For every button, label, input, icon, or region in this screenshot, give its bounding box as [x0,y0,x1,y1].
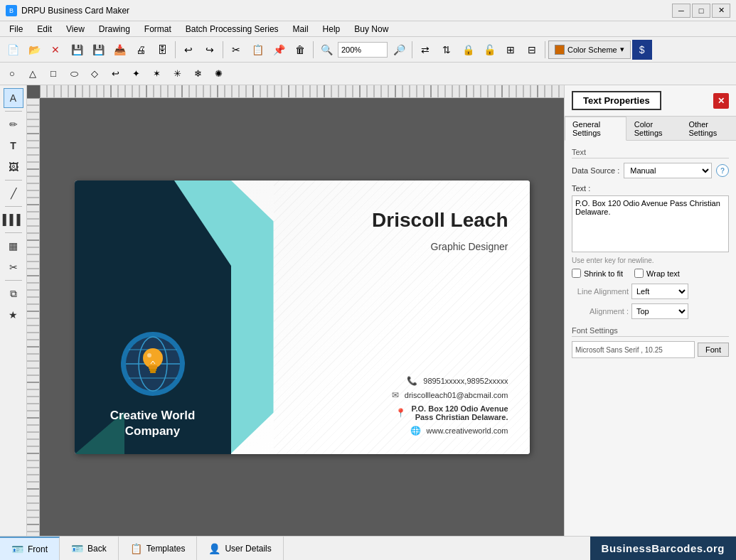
flip-v-button[interactable]: ⇅ [437,40,457,60]
tab-front[interactable]: 🪪 Front [0,537,60,560]
menu-mail[interactable]: Mail [287,22,315,36]
maximize-button[interactable]: □ [692,4,710,18]
menu-buynow[interactable]: Buy Now [348,22,395,36]
open-button[interactable]: 📂 [24,40,44,60]
card-person-title: Graphic Designer [431,241,508,252]
undo-button[interactable]: ↩ [178,40,198,60]
menu-help[interactable]: Help [316,22,347,36]
font-row: Microsoft Sans Serif , 10.25 Font [572,341,729,358]
select-tool[interactable]: A [4,88,23,108]
star8-shape[interactable]: ✳ [168,65,186,83]
color-scheme-label: Color Scheme [567,45,617,54]
copy-button[interactable]: 📋 [247,40,267,60]
print-button[interactable]: 🖨 [131,40,151,60]
zoom-input[interactable]: 200% [338,42,388,58]
tab-back[interactable]: 🪪 Back [60,537,119,560]
grid-button[interactable]: ⊞ [501,40,521,60]
oval-shape[interactable]: ⬭ [65,65,83,83]
redo-button[interactable]: ↪ [200,40,220,60]
card-top-accent [174,181,231,266]
snowflake-shape[interactable]: ❄ [188,65,207,83]
user-icon: 👤 [208,543,220,554]
lock-button[interactable]: 🔒 [458,40,478,60]
image-tool[interactable]: 🖼 [4,157,23,177]
line-alignment-select[interactable]: Left Center Right [631,284,688,299]
tab-user-details[interactable]: 👤 User Details [197,537,283,560]
unlock-button[interactable]: 🔓 [479,40,499,60]
dollar-button[interactable]: $ [632,40,652,60]
menu-batch[interactable]: Batch Processing Series [179,22,285,36]
star5-shape[interactable]: ✦ [127,65,145,83]
diamond-shape[interactable]: ◇ [85,65,104,83]
zoom-in-button[interactable]: 🔎 [389,40,409,60]
card-address-row: 📍 P.O. Box 120 Odio AvenuePass Christian… [392,404,508,421]
close-doc-button[interactable]: ✕ [46,40,65,60]
shrink-checkbox-label[interactable]: Shrink to fit [572,269,623,278]
starburst-shape[interactable]: ✺ [209,65,228,83]
rect-shape[interactable]: □ [44,65,63,83]
database-button[interactable]: 🗄 [152,40,172,60]
checkbox-row: Shrink to fit Wrap text [572,269,729,278]
tab-general-settings[interactable]: General Settings [565,117,626,141]
new-button[interactable]: 📄 [3,40,23,60]
text-input[interactable]: P.O. Box 120 Odio Avenue Pass Christian … [572,195,729,252]
help-button[interactable]: ? [716,164,729,177]
color-scheme-button[interactable]: Color Scheme ▾ [548,41,631,59]
alignment-select[interactable]: Top Middle Bottom [631,303,688,319]
canvas-area: Creative WorldCompany Driscoll Leach Gra… [27,85,564,536]
phone-icon: 📞 [407,376,417,386]
scissors-tool[interactable]: ✂ [4,257,23,277]
barcode-tool[interactable]: ▌▌▌ [4,210,23,230]
email-icon: ✉ [392,390,399,400]
card-email-row: ✉ driscollleach01@abcmail.com [392,390,508,400]
save-as-button[interactable]: 💾 [88,40,108,60]
delete-button[interactable]: 🗑 [290,40,310,60]
datasource-select[interactable]: Manual [624,163,712,178]
ruler-horizontal [40,85,564,98]
pencil-tool[interactable]: ✏ [4,114,23,134]
tab-templates[interactable]: 📋 Templates [119,537,198,560]
canvas-content: Creative WorldCompany Driscoll Leach Gra… [40,98,564,536]
minimize-button[interactable]: ─ [672,4,690,18]
web-icon: 🌐 [410,426,421,436]
menu-view[interactable]: View [60,22,91,36]
save-button[interactable]: 💾 [67,40,87,60]
star6-shape[interactable]: ✶ [147,65,166,83]
tool-sep-1 [5,111,22,112]
wrap-checkbox[interactable] [634,269,644,278]
tab-templates-label: Templates [146,544,186,554]
triangle-shape[interactable]: △ [23,65,42,83]
text-label: Text : [572,184,729,193]
paste-button[interactable]: 📌 [269,40,289,60]
grid2-button[interactable]: ⊟ [522,40,542,60]
menu-file[interactable]: File [3,22,29,36]
business-card[interactable]: Creative WorldCompany Driscoll Leach Gra… [75,181,530,454]
text-tool[interactable]: T [4,136,23,156]
zoom-out-button[interactable]: 🔍 [316,40,336,60]
menu-edit[interactable]: Edit [31,22,58,36]
cut-button[interactable]: ✂ [226,40,246,60]
hint-text: Use enter key for newline. [572,257,729,264]
import-button[interactable]: 📥 [110,40,129,60]
wrap-checkbox-label[interactable]: Wrap text [634,269,680,278]
layers-tool[interactable]: ⧉ [4,284,23,303]
tab-color-settings[interactable]: Color Settings [626,117,681,140]
tab-other-settings[interactable]: Other Settings [681,117,736,140]
panel-close-button[interactable]: ✕ [713,93,729,109]
shrink-checkbox[interactable] [572,269,581,278]
font-button[interactable]: Font [698,343,729,357]
circle-shape[interactable]: ○ [3,65,21,83]
menu-format[interactable]: Format [138,22,178,36]
star-tool[interactable]: ★ [4,305,23,325]
card-email: driscollleach01@abcmail.com [405,391,508,399]
card-contacts: 📞 98951xxxxx,98952xxxxx ✉ driscollleach0… [392,376,508,440]
panel-title: Text Properties [572,91,661,110]
card-address: P.O. Box 120 Odio AvenuePass Christian D… [412,404,508,421]
arrow-left-shape[interactable]: ↩ [106,65,124,83]
flip-h-button[interactable]: ⇄ [415,40,435,60]
qr-tool[interactable]: ▦ [4,236,23,256]
line-tool[interactable]: ╱ [4,183,23,203]
card-teal-accent [231,181,274,454]
menu-drawing[interactable]: Drawing [92,22,137,36]
close-button[interactable]: ✕ [712,4,730,18]
